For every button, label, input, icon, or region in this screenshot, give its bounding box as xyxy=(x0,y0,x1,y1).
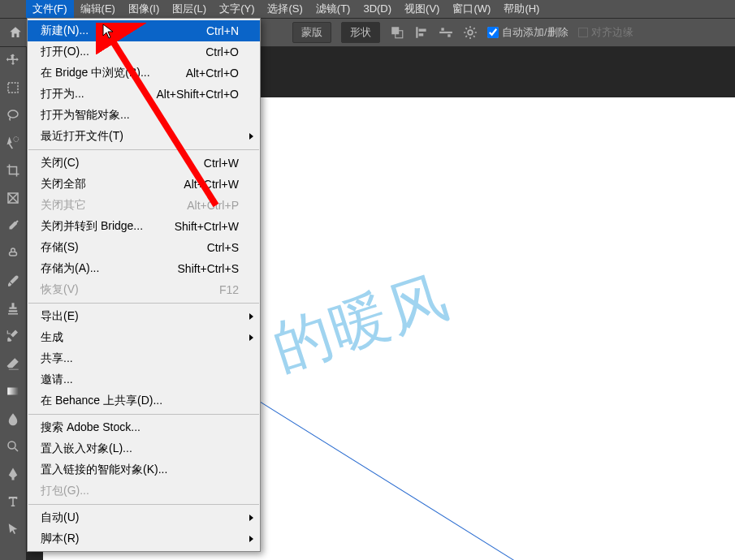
menu-item-8[interactable]: 关闭全部Alt+Ctrl+W xyxy=(28,174,260,195)
menu-separator xyxy=(28,414,259,415)
home-icon[interactable] xyxy=(6,24,24,41)
marquee-tool-icon[interactable] xyxy=(3,78,23,97)
menu-item-label: 置入链接的智能对象(K)... xyxy=(41,463,167,477)
menu-item-label: 生成 xyxy=(41,330,63,345)
menu-item-label: 打开为智能对象... xyxy=(41,108,130,123)
menu-item-shortcut: Alt+Ctrl+W xyxy=(184,178,239,191)
menu-item-13: 恢复(V)F12 xyxy=(28,279,260,300)
crop-tool-icon[interactable] xyxy=(3,161,23,180)
shape-button[interactable]: 形状 xyxy=(341,22,380,43)
auto-add-checkbox[interactable]: 自动添加/删除 xyxy=(487,25,569,40)
path-select-tool-icon[interactable] xyxy=(3,519,23,539)
align-edges-option: 对齐边缘 xyxy=(578,25,633,40)
menu-item-16[interactable]: 生成 xyxy=(28,327,260,348)
menu-item-19[interactable]: 在 Behance 上共享(D)... xyxy=(28,390,260,411)
menu-item-18[interactable]: 邀请... xyxy=(28,369,260,390)
lasso-tool-icon[interactable] xyxy=(3,106,23,125)
healing-tool-icon[interactable] xyxy=(3,243,23,263)
menu-item-label: 恢复(V) xyxy=(41,282,79,297)
menu-3[interactable]: 图层(L) xyxy=(166,0,213,18)
menu-item-shortcut: Shift+Ctrl+W xyxy=(175,220,239,233)
menu-item-27[interactable]: 脚本(R) xyxy=(28,528,260,549)
menu-item-shortcut: Ctrl+O xyxy=(205,45,239,58)
menu-7[interactable]: 3D(D) xyxy=(357,0,398,18)
menu-item-label: 在 Behance 上共享(D)... xyxy=(41,394,162,408)
menu-item-15[interactable]: 导出(E) xyxy=(28,306,260,327)
menu-item-label: 关闭(C) xyxy=(41,156,79,170)
align-left-icon[interactable] xyxy=(414,25,429,40)
menu-8[interactable]: 视图(V) xyxy=(398,0,446,18)
menu-item-label: 共享... xyxy=(41,351,73,366)
type-tool-icon[interactable] xyxy=(3,492,23,511)
svg-point-8 xyxy=(468,30,473,35)
svg-rect-3 xyxy=(419,29,426,32)
svg-rect-6 xyxy=(441,28,443,30)
submenu-arrow-icon xyxy=(249,313,253,320)
submenu-arrow-icon xyxy=(249,334,253,341)
submenu-arrow-icon xyxy=(249,536,253,542)
menu-6[interactable]: 滤镜(T) xyxy=(309,0,357,18)
frame-tool-icon[interactable] xyxy=(3,188,23,208)
menu-item-label: 导出(E) xyxy=(41,309,79,324)
menu-item-11[interactable]: 存储(S)Ctrl+S xyxy=(28,237,260,258)
brush-tool-icon[interactable] xyxy=(3,271,23,291)
menu-item-0[interactable]: 新建(N)...Ctrl+N xyxy=(28,20,260,41)
svg-rect-7 xyxy=(447,34,450,37)
menu-item-label: 搜索 Adobe Stock... xyxy=(41,420,141,435)
menu-10[interactable]: 帮助(H) xyxy=(497,0,546,18)
menu-item-23[interactable]: 置入链接的智能对象(K)... xyxy=(28,459,260,480)
menu-0[interactable]: 文件(F) xyxy=(26,0,74,18)
menu-item-shortcut: Alt+Ctrl+O xyxy=(186,67,239,80)
menu-item-shortcut: Ctrl+S xyxy=(207,241,239,254)
eraser-tool-icon[interactable] xyxy=(3,354,23,373)
stamp-tool-icon[interactable] xyxy=(3,299,23,318)
menu-item-12[interactable]: 存储为(A)...Shift+Ctrl+S xyxy=(28,258,260,279)
menu-separator xyxy=(28,504,259,505)
menu-item-7[interactable]: 关闭(C)Ctrl+W xyxy=(28,153,260,174)
quick-select-tool-icon[interactable] xyxy=(3,133,23,153)
pen-tool-icon[interactable] xyxy=(3,464,23,484)
menu-item-label: 关闭全部 xyxy=(41,177,86,192)
menu-item-26[interactable]: 自动(U) xyxy=(28,507,260,528)
menu-item-17[interactable]: 共享... xyxy=(28,348,260,369)
menu-separator xyxy=(28,149,259,150)
menu-item-4[interactable]: 打开为智能对象... xyxy=(28,105,260,126)
menu-item-label: 在 Bridge 中浏览(B)... xyxy=(41,66,150,80)
menu-item-1[interactable]: 打开(O)...Ctrl+O xyxy=(28,41,260,62)
path-line xyxy=(253,398,667,560)
menu-item-shortcut: Alt+Ctrl+P xyxy=(187,199,239,212)
svg-rect-5 xyxy=(439,32,452,33)
combine-icon[interactable] xyxy=(390,25,404,40)
blur-tool-icon[interactable] xyxy=(3,409,23,429)
menu-item-label: 存储为(A)... xyxy=(41,261,99,276)
menu-5[interactable]: 选择(S) xyxy=(261,0,309,18)
menu-item-label: 关闭其它 xyxy=(41,198,86,213)
svg-rect-4 xyxy=(419,33,424,36)
menu-item-label: 置入嵌入对象(L)... xyxy=(41,442,132,456)
menu-separator xyxy=(28,303,259,304)
gear-icon[interactable] xyxy=(463,25,478,40)
menu-item-21[interactable]: 搜索 Adobe Stock... xyxy=(28,417,260,438)
menu-2[interactable]: 图像(I) xyxy=(122,0,166,18)
menu-item-shortcut: Ctrl+W xyxy=(204,157,239,170)
menu-item-24: 打包(G)... xyxy=(28,480,260,502)
menu-item-label: 打开为... xyxy=(41,87,84,101)
svg-rect-14 xyxy=(7,388,19,395)
history-brush-tool-icon[interactable] xyxy=(3,326,23,346)
svg-rect-13 xyxy=(10,252,17,256)
gradient-tool-icon[interactable] xyxy=(3,381,23,401)
svg-point-11 xyxy=(14,137,19,142)
menu-item-3[interactable]: 打开为...Alt+Shift+Ctrl+O xyxy=(28,84,260,105)
menu-4[interactable]: 文字(Y) xyxy=(213,0,261,18)
distribute-icon[interactable] xyxy=(439,25,453,40)
menu-1[interactable]: 编辑(E) xyxy=(74,0,122,18)
menu-item-5[interactable]: 最近打开文件(T) xyxy=(28,126,260,147)
dodge-tool-icon[interactable] xyxy=(3,437,23,456)
eyedropper-tool-icon[interactable] xyxy=(3,216,23,235)
menu-9[interactable]: 窗口(W) xyxy=(446,0,497,18)
menu-item-22[interactable]: 置入嵌入对象(L)... xyxy=(28,438,260,459)
mask-button[interactable]: 蒙版 xyxy=(292,22,331,43)
move-tool-icon[interactable] xyxy=(3,50,23,70)
menu-item-2[interactable]: 在 Bridge 中浏览(B)...Alt+Ctrl+O xyxy=(28,62,260,84)
menu-item-10[interactable]: 关闭并转到 Bridge...Shift+Ctrl+W xyxy=(28,216,260,237)
